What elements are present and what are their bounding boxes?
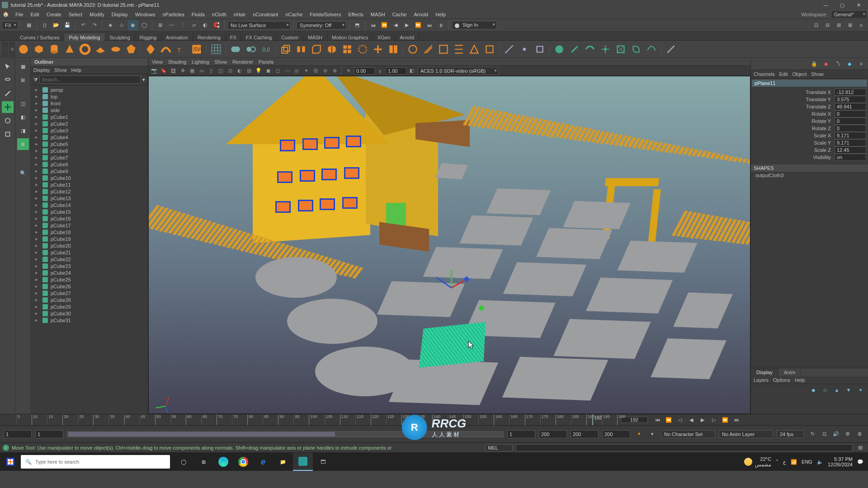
time-slider[interactable]: 5101520253035404550556065707580859095100… (0, 414, 868, 426)
colorspace-dropdown[interactable]: ACES 1.0 SDR-video (sRGB) (417, 67, 499, 75)
outliner-menu-display[interactable]: Display (33, 67, 50, 73)
range-start-outer[interactable] (4, 430, 32, 438)
vp-gate-mask-icon[interactable]: ◫ (217, 67, 225, 75)
mesh-node[interactable]: ▸pCube10 (33, 174, 148, 181)
mesh-node[interactable]: ▸pCube1 (33, 113, 148, 120)
menu-fields-solvers[interactable]: Fields/Solvers (306, 11, 344, 18)
go-to-end-icon[interactable]: ⏭ (425, 20, 434, 30)
toggle-modeling-toolkit-icon[interactable]: ⊡ (811, 20, 821, 30)
bevel-icon[interactable] (309, 42, 324, 56)
mesh-node[interactable]: ▸pCube22 (33, 256, 148, 263)
vp-wire-icon[interactable]: ⊡ (226, 67, 234, 75)
play-back-icon[interactable]: ◀ (391, 20, 401, 30)
start-button[interactable] (0, 453, 21, 471)
shelf-tab-custom[interactable]: Custom (277, 33, 303, 42)
attr-value[interactable]: -12.812 (835, 89, 866, 96)
mesh-node[interactable]: ▸pCube13 (33, 195, 148, 202)
outliner-menu-show[interactable]: Show (54, 67, 67, 73)
poly-sphere-icon[interactable] (16, 42, 31, 56)
mesh-node[interactable]: ▸pCube23 (33, 263, 148, 269)
target-weld-icon[interactable] (517, 42, 532, 56)
camera-node[interactable]: ▸persp (33, 86, 148, 93)
poly-platonic-icon[interactable] (124, 42, 138, 56)
live-surface-dropdown[interactable]: No Live Surface (227, 21, 291, 29)
gamma-field[interactable] (386, 67, 406, 75)
connect-icon[interactable] (533, 42, 547, 56)
vp-motion-blur-icon[interactable]: 〰 (283, 67, 291, 75)
shelf-tab-xgen[interactable]: XGen (373, 33, 395, 42)
file-save-icon[interactable]: 💾 (62, 20, 72, 30)
goto-prev-key-button[interactable]: ⏪ (664, 415, 674, 424)
task-view-icon[interactable]: ⊞ (193, 453, 213, 471)
poly-cylinder-icon[interactable] (47, 42, 61, 56)
module-dropdown[interactable]: FX (2, 21, 18, 29)
grid-icon[interactable] (209, 42, 223, 56)
mesh-node[interactable]: ▸pCube12 (33, 188, 148, 195)
attr-value[interactable]: 0 (835, 125, 866, 132)
shelf-tab-motion-graphics[interactable]: Motion Graphics (327, 33, 373, 42)
poly-sweep-icon[interactable] (159, 42, 173, 56)
attr-value[interactable]: 9.171 (835, 132, 866, 139)
rotate-tool-icon[interactable] (2, 115, 14, 127)
paint-select-icon[interactable]: ◯ (139, 20, 149, 30)
wedge-icon[interactable] (613, 42, 628, 56)
attr-value[interactable]: 3.575 (835, 96, 866, 103)
mesh-node[interactable]: ▸pCube30 (33, 310, 148, 317)
mesh-node[interactable]: ▸pCube24 (33, 269, 148, 276)
outliner-menu-help[interactable]: Help (71, 67, 82, 73)
shelf-options-icon[interactable]: ⚙ (9, 42, 15, 57)
range-loop-icon[interactable]: ↻ (807, 429, 817, 439)
minimize-button[interactable]: — (818, 0, 834, 9)
step-back-icon[interactable]: ⏪ (379, 20, 389, 30)
shelf-tab-animation[interactable]: Animation (161, 33, 193, 42)
edge-icon[interactable] (213, 453, 233, 471)
color-mgmt-icon[interactable]: ◧ (408, 67, 416, 75)
menu-select[interactable]: Select (65, 11, 86, 18)
mesh-node[interactable]: ▸pCube19 (33, 235, 148, 242)
range-start-inner[interactable] (35, 430, 63, 438)
menu-nconstraint[interactable]: nConstraint (249, 11, 282, 18)
camera-node[interactable]: ▸front (33, 100, 148, 107)
character-set-dropdown[interactable]: No Character Set (661, 430, 715, 438)
quadrangulate-icon[interactable] (482, 42, 497, 56)
shelf-tab-rendering[interactable]: Rendering (193, 33, 226, 42)
mesh-node[interactable]: ▸pCube21 (33, 249, 148, 256)
circularize-icon[interactable] (552, 42, 566, 56)
scale-tool-icon[interactable] (2, 128, 14, 140)
bridge-icon[interactable] (294, 42, 308, 56)
audio-icon[interactable]: 🔊 (831, 429, 841, 439)
range-end-box2[interactable] (571, 430, 599, 438)
shelf-tab-arnold[interactable]: Arnold (395, 33, 419, 42)
prefs-icon[interactable]: ⚙ (843, 429, 853, 439)
shelf-tab-rigging[interactable]: Rigging (135, 33, 161, 42)
tray-volume-icon[interactable]: 🔈 (817, 459, 823, 465)
mesh-node[interactable]: ▸pCube15 (33, 208, 148, 215)
attr-value[interactable]: 12.45 (835, 146, 866, 154)
menu-ncache[interactable]: nCache (282, 11, 306, 18)
sculpt-icon[interactable] (664, 42, 678, 56)
fill-hole-icon[interactable] (355, 42, 370, 56)
layout2-icon[interactable]: ◧ (17, 111, 29, 123)
toggle-tool-settings-icon[interactable]: ⊠ (845, 20, 855, 30)
layout1-icon[interactable]: ◫ (17, 98, 29, 109)
vp-menu-renderer[interactable]: Renderer (232, 59, 253, 65)
pause-icon[interactable]: ⏸ (436, 20, 446, 30)
camera-node[interactable]: ▸top (33, 93, 148, 100)
play-forward-icon[interactable]: ▶ (402, 20, 412, 30)
mesh-node[interactable]: ▸pCube17 (33, 222, 148, 229)
cortana-icon[interactable]: ◯ (174, 453, 193, 471)
play-backward-button[interactable]: ◀ (686, 415, 696, 424)
maximize-button[interactable]: ▢ (835, 0, 850, 9)
ch-menu-show[interactable]: Show (811, 71, 824, 77)
layer-menu-help[interactable]: Help (795, 377, 805, 383)
layer-tab-display[interactable]: Display (751, 368, 778, 376)
mesh-node[interactable]: ▸pCube6 (33, 147, 148, 154)
vp-lights-icon[interactable]: 💡 (255, 67, 263, 75)
combine-icon[interactable] (228, 42, 243, 56)
poke-icon[interactable] (598, 42, 613, 56)
menu-mash[interactable]: MASH (367, 11, 389, 18)
mesh-node[interactable]: ▸pCube2 (33, 120, 148, 127)
snap-plane-icon[interactable]: ▱ (189, 20, 199, 30)
shelf-tab-curves-surfaces[interactable]: Curves / Surfaces (15, 33, 64, 42)
select-by-type-icon[interactable]: ◈ (105, 20, 115, 30)
